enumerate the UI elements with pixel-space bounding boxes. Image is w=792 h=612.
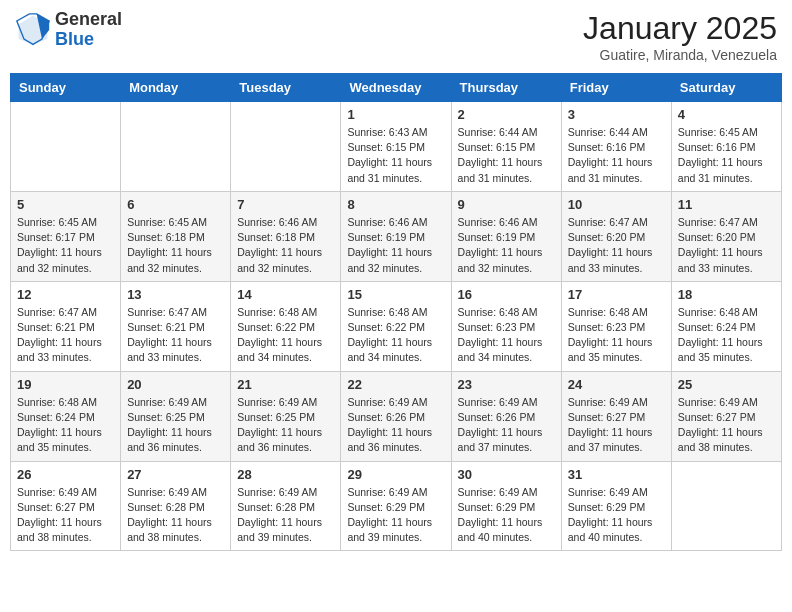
subtitle: Guatire, Miranda, Venezuela — [583, 47, 777, 63]
weekday-header-row: SundayMondayTuesdayWednesdayThursdayFrid… — [11, 74, 782, 102]
day-info: Sunrise: 6:49 AM Sunset: 6:29 PM Dayligh… — [458, 485, 555, 546]
day-number: 17 — [568, 287, 665, 302]
day-number: 21 — [237, 377, 334, 392]
calendar-day-cell: 8Sunrise: 6:46 AM Sunset: 6:19 PM Daylig… — [341, 191, 451, 281]
day-number: 6 — [127, 197, 224, 212]
day-number: 2 — [458, 107, 555, 122]
calendar-table: SundayMondayTuesdayWednesdayThursdayFrid… — [10, 73, 782, 551]
calendar-day-cell: 31Sunrise: 6:49 AM Sunset: 6:29 PM Dayli… — [561, 461, 671, 551]
calendar-day-cell: 27Sunrise: 6:49 AM Sunset: 6:28 PM Dayli… — [121, 461, 231, 551]
title-block: January 2025 Guatire, Miranda, Venezuela — [583, 10, 777, 63]
calendar-day-cell: 3Sunrise: 6:44 AM Sunset: 6:16 PM Daylig… — [561, 102, 671, 192]
calendar-day-cell: 25Sunrise: 6:49 AM Sunset: 6:27 PM Dayli… — [671, 371, 781, 461]
day-info: Sunrise: 6:49 AM Sunset: 6:28 PM Dayligh… — [127, 485, 224, 546]
calendar-day-cell: 18Sunrise: 6:48 AM Sunset: 6:24 PM Dayli… — [671, 281, 781, 371]
main-title: January 2025 — [583, 10, 777, 47]
calendar-day-cell: 13Sunrise: 6:47 AM Sunset: 6:21 PM Dayli… — [121, 281, 231, 371]
day-info: Sunrise: 6:48 AM Sunset: 6:24 PM Dayligh… — [678, 305, 775, 366]
calendar-day-cell: 22Sunrise: 6:49 AM Sunset: 6:26 PM Dayli… — [341, 371, 451, 461]
day-info: Sunrise: 6:47 AM Sunset: 6:21 PM Dayligh… — [127, 305, 224, 366]
day-number: 26 — [17, 467, 114, 482]
calendar-day-cell: 21Sunrise: 6:49 AM Sunset: 6:25 PM Dayli… — [231, 371, 341, 461]
calendar-day-cell: 19Sunrise: 6:48 AM Sunset: 6:24 PM Dayli… — [11, 371, 121, 461]
day-info: Sunrise: 6:48 AM Sunset: 6:24 PM Dayligh… — [17, 395, 114, 456]
day-number: 5 — [17, 197, 114, 212]
day-info: Sunrise: 6:49 AM Sunset: 6:29 PM Dayligh… — [347, 485, 444, 546]
calendar-day-cell: 23Sunrise: 6:49 AM Sunset: 6:26 PM Dayli… — [451, 371, 561, 461]
calendar-day-cell — [671, 461, 781, 551]
day-info: Sunrise: 6:46 AM Sunset: 6:19 PM Dayligh… — [347, 215, 444, 276]
day-info: Sunrise: 6:43 AM Sunset: 6:15 PM Dayligh… — [347, 125, 444, 186]
weekday-header: Thursday — [451, 74, 561, 102]
day-number: 12 — [17, 287, 114, 302]
calendar-day-cell: 2Sunrise: 6:44 AM Sunset: 6:15 PM Daylig… — [451, 102, 561, 192]
day-info: Sunrise: 6:49 AM Sunset: 6:26 PM Dayligh… — [458, 395, 555, 456]
day-number: 25 — [678, 377, 775, 392]
day-info: Sunrise: 6:46 AM Sunset: 6:19 PM Dayligh… — [458, 215, 555, 276]
day-info: Sunrise: 6:45 AM Sunset: 6:18 PM Dayligh… — [127, 215, 224, 276]
logo-text: General Blue — [55, 10, 122, 50]
day-number: 4 — [678, 107, 775, 122]
day-info: Sunrise: 6:49 AM Sunset: 6:27 PM Dayligh… — [678, 395, 775, 456]
calendar-day-cell: 14Sunrise: 6:48 AM Sunset: 6:22 PM Dayli… — [231, 281, 341, 371]
day-number: 10 — [568, 197, 665, 212]
day-info: Sunrise: 6:49 AM Sunset: 6:26 PM Dayligh… — [347, 395, 444, 456]
day-number: 29 — [347, 467, 444, 482]
calendar-day-cell — [121, 102, 231, 192]
calendar-day-cell: 11Sunrise: 6:47 AM Sunset: 6:20 PM Dayli… — [671, 191, 781, 281]
day-number: 14 — [237, 287, 334, 302]
day-info: Sunrise: 6:45 AM Sunset: 6:17 PM Dayligh… — [17, 215, 114, 276]
day-info: Sunrise: 6:49 AM Sunset: 6:25 PM Dayligh… — [237, 395, 334, 456]
calendar-day-cell: 4Sunrise: 6:45 AM Sunset: 6:16 PM Daylig… — [671, 102, 781, 192]
day-number: 23 — [458, 377, 555, 392]
weekday-header: Sunday — [11, 74, 121, 102]
day-number: 16 — [458, 287, 555, 302]
day-info: Sunrise: 6:44 AM Sunset: 6:16 PM Dayligh… — [568, 125, 665, 186]
calendar-day-cell: 12Sunrise: 6:47 AM Sunset: 6:21 PM Dayli… — [11, 281, 121, 371]
calendar-day-cell: 6Sunrise: 6:45 AM Sunset: 6:18 PM Daylig… — [121, 191, 231, 281]
calendar-day-cell: 29Sunrise: 6:49 AM Sunset: 6:29 PM Dayli… — [341, 461, 451, 551]
calendar-day-cell: 1Sunrise: 6:43 AM Sunset: 6:15 PM Daylig… — [341, 102, 451, 192]
calendar-week-row: 5Sunrise: 6:45 AM Sunset: 6:17 PM Daylig… — [11, 191, 782, 281]
day-info: Sunrise: 6:49 AM Sunset: 6:27 PM Dayligh… — [568, 395, 665, 456]
day-info: Sunrise: 6:49 AM Sunset: 6:27 PM Dayligh… — [17, 485, 114, 546]
logo-blue: Blue — [55, 30, 122, 50]
calendar-week-row: 12Sunrise: 6:47 AM Sunset: 6:21 PM Dayli… — [11, 281, 782, 371]
calendar-week-row: 19Sunrise: 6:48 AM Sunset: 6:24 PM Dayli… — [11, 371, 782, 461]
logo-icon — [15, 12, 51, 48]
day-info: Sunrise: 6:48 AM Sunset: 6:22 PM Dayligh… — [347, 305, 444, 366]
day-info: Sunrise: 6:47 AM Sunset: 6:20 PM Dayligh… — [678, 215, 775, 276]
calendar-day-cell: 15Sunrise: 6:48 AM Sunset: 6:22 PM Dayli… — [341, 281, 451, 371]
day-info: Sunrise: 6:46 AM Sunset: 6:18 PM Dayligh… — [237, 215, 334, 276]
day-info: Sunrise: 6:45 AM Sunset: 6:16 PM Dayligh… — [678, 125, 775, 186]
day-number: 8 — [347, 197, 444, 212]
day-number: 31 — [568, 467, 665, 482]
day-info: Sunrise: 6:48 AM Sunset: 6:23 PM Dayligh… — [568, 305, 665, 366]
day-number: 24 — [568, 377, 665, 392]
calendar-day-cell: 10Sunrise: 6:47 AM Sunset: 6:20 PM Dayli… — [561, 191, 671, 281]
day-info: Sunrise: 6:48 AM Sunset: 6:23 PM Dayligh… — [458, 305, 555, 366]
day-info: Sunrise: 6:48 AM Sunset: 6:22 PM Dayligh… — [237, 305, 334, 366]
page-header: General Blue January 2025 Guatire, Miran… — [10, 10, 782, 63]
day-number: 20 — [127, 377, 224, 392]
calendar-day-cell: 24Sunrise: 6:49 AM Sunset: 6:27 PM Dayli… — [561, 371, 671, 461]
day-number: 11 — [678, 197, 775, 212]
calendar-day-cell: 20Sunrise: 6:49 AM Sunset: 6:25 PM Dayli… — [121, 371, 231, 461]
calendar-day-cell: 16Sunrise: 6:48 AM Sunset: 6:23 PM Dayli… — [451, 281, 561, 371]
day-number: 30 — [458, 467, 555, 482]
weekday-header: Saturday — [671, 74, 781, 102]
day-number: 13 — [127, 287, 224, 302]
calendar-day-cell: 7Sunrise: 6:46 AM Sunset: 6:18 PM Daylig… — [231, 191, 341, 281]
day-number: 15 — [347, 287, 444, 302]
calendar-day-cell: 26Sunrise: 6:49 AM Sunset: 6:27 PM Dayli… — [11, 461, 121, 551]
day-number: 1 — [347, 107, 444, 122]
day-info: Sunrise: 6:49 AM Sunset: 6:25 PM Dayligh… — [127, 395, 224, 456]
calendar-day-cell: 9Sunrise: 6:46 AM Sunset: 6:19 PM Daylig… — [451, 191, 561, 281]
calendar-day-cell — [11, 102, 121, 192]
day-info: Sunrise: 6:47 AM Sunset: 6:20 PM Dayligh… — [568, 215, 665, 276]
day-number: 3 — [568, 107, 665, 122]
weekday-header: Wednesday — [341, 74, 451, 102]
calendar-day-cell: 28Sunrise: 6:49 AM Sunset: 6:28 PM Dayli… — [231, 461, 341, 551]
day-number: 7 — [237, 197, 334, 212]
calendar-week-row: 1Sunrise: 6:43 AM Sunset: 6:15 PM Daylig… — [11, 102, 782, 192]
